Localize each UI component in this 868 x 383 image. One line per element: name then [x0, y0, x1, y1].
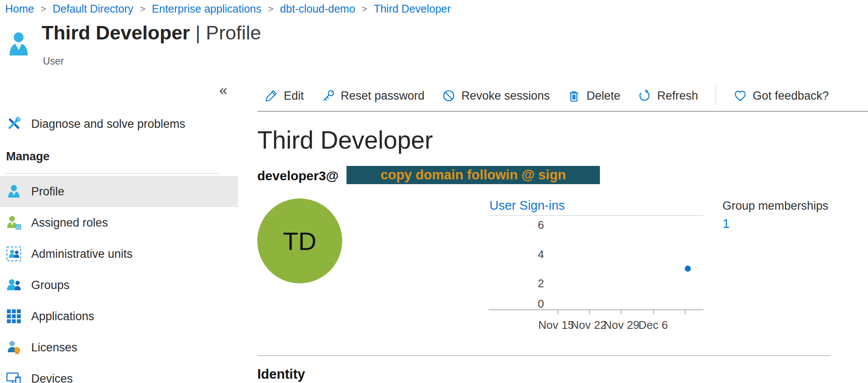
x-tick-label: Dec 6: [629, 318, 677, 332]
person-icon: [6, 184, 22, 199]
azure-user-profile-page: Home > Default Directory > Enterprise ap…: [0, 0, 868, 383]
user-avatar[interactable]: TD: [257, 198, 342, 283]
page-title-divider: |: [195, 22, 201, 44]
toolbar-divider: [716, 87, 716, 105]
revoke-sessions-button[interactable]: Revoke sessions: [442, 89, 550, 103]
groups-icon: [6, 277, 22, 293]
redaction-annotation-label: copy domain followin @ sign: [380, 167, 566, 183]
got-feedback-button[interactable]: Got feedback?: [733, 89, 829, 103]
y-tick-label: 4: [528, 248, 544, 261]
breadcrumb: Home > Default Directory > Enterprise ap…: [5, 3, 451, 15]
administrative-units-icon: [6, 246, 22, 262]
got-feedback-button-label: Got feedback?: [753, 89, 829, 103]
toolbar-rule: [257, 111, 868, 112]
refresh-button[interactable]: Refresh: [638, 89, 698, 103]
section-rule: [257, 355, 831, 356]
user-signins-chart: User Sign-ins 6 4 2 0 Nov 15 Nov 22 Nov …: [489, 198, 705, 341]
avatar-initials: TD: [283, 227, 316, 256]
user-display-name: Third Developer: [257, 126, 433, 154]
breadcrumb-enterprise-applications[interactable]: Enterprise applications: [152, 3, 262, 15]
sidebar-item-label: Applications: [31, 310, 94, 323]
page-title-section: Profile: [206, 22, 261, 44]
breadcrumb-separator: >: [140, 3, 146, 15]
trash-icon: [567, 89, 581, 103]
sidebar-item-applications[interactable]: Applications: [0, 301, 238, 332]
page-title-name: Third Developer: [42, 22, 190, 44]
x-axis-line: [489, 309, 703, 310]
breadcrumb-home[interactable]: Home: [5, 3, 34, 15]
refresh-icon: [638, 89, 651, 103]
licenses-icon: [6, 340, 22, 355]
devices-icon: [6, 371, 22, 383]
group-memberships-count-link[interactable]: 1: [722, 216, 730, 231]
sidebar-rule: [4, 173, 219, 174]
redaction-annotation: copy domain followin @ sign: [347, 166, 600, 184]
group-memberships-label: Group memberships: [722, 199, 829, 213]
delete-button-label: Delete: [586, 89, 620, 103]
edit-button[interactable]: Edit: [264, 89, 304, 103]
applications-grid-icon: [6, 308, 22, 324]
refresh-button-label: Refresh: [657, 89, 698, 103]
y-tick-label: 6: [528, 218, 544, 232]
page-subtitle: User: [43, 55, 64, 67]
key-icon: [321, 89, 335, 103]
sidebar-item-label: Licenses: [31, 341, 78, 354]
x-axis-tick: [621, 310, 622, 314]
signin-data-point: [685, 266, 691, 272]
revoke-sessions-button-label: Revoke sessions: [461, 89, 550, 103]
y-tick-label: 2: [528, 277, 544, 290]
x-axis-tick: [557, 310, 558, 314]
x-axis-tick: [653, 310, 654, 314]
sidebar-item-groups[interactable]: Groups: [0, 269, 238, 301]
sidebar-section-manage: Manage: [6, 150, 50, 163]
breadcrumb-default-directory[interactable]: Default Directory: [53, 3, 133, 15]
sidebar-collapse-button[interactable]: «: [219, 81, 227, 98]
user-signins-link[interactable]: User Sign-ins: [489, 198, 565, 213]
sidebar-item-label: Administrative units: [31, 247, 133, 261]
heart-icon: [733, 89, 747, 103]
breadcrumb-third-developer[interactable]: Third Developer: [374, 3, 451, 15]
sidebar-item-label: Groups: [31, 279, 70, 292]
sidebar-item-diagnose[interactable]: Diagnose and solve problems: [0, 108, 238, 140]
command-bar: Edit Reset password Revoke sessions: [264, 86, 829, 106]
sidebar-item-label: Diagnose and solve problems: [31, 117, 185, 131]
delete-button[interactable]: Delete: [567, 89, 620, 103]
x-axis-tick: [685, 310, 686, 314]
reset-password-button-label: Reset password: [341, 89, 425, 103]
tools-icon: [6, 116, 22, 132]
y-tick-label: 0: [528, 297, 544, 311]
sidebar-item-devices[interactable]: Devices: [0, 363, 238, 383]
sidebar-item-licenses[interactable]: Licenses: [0, 332, 238, 363]
sidebar-item-assigned-roles[interactable]: Assigned roles: [0, 207, 238, 238]
pencil-icon: [264, 89, 278, 103]
assigned-roles-icon: [6, 215, 22, 230]
edit-button-label: Edit: [284, 89, 304, 103]
sidebar-item-label: Assigned roles: [31, 216, 108, 230]
identity-section-title: Identity: [257, 367, 305, 382]
upn-prefix: developer3@: [257, 168, 339, 184]
user-avatar-icon: [7, 30, 30, 57]
sidebar-item-profile[interactable]: Profile: [0, 176, 238, 207]
breadcrumb-separator: >: [362, 3, 367, 15]
breadcrumb-separator: >: [41, 3, 46, 15]
blocked-icon: [442, 89, 456, 103]
sidebar-item-label: Devices: [31, 372, 73, 383]
page-title: Third Developer | Profile: [42, 22, 261, 44]
x-axis-tick: [589, 310, 590, 314]
chart-title-rule: [489, 215, 703, 216]
sidebar-item-label: Profile: [31, 185, 65, 198]
sidebar-item-administrative-units[interactable]: Administrative units: [0, 238, 238, 269]
breadcrumb-dbt-cloud-demo[interactable]: dbt-cloud-demo: [280, 3, 355, 15]
reset-password-button[interactable]: Reset password: [321, 89, 425, 103]
breadcrumb-separator: >: [268, 3, 274, 15]
